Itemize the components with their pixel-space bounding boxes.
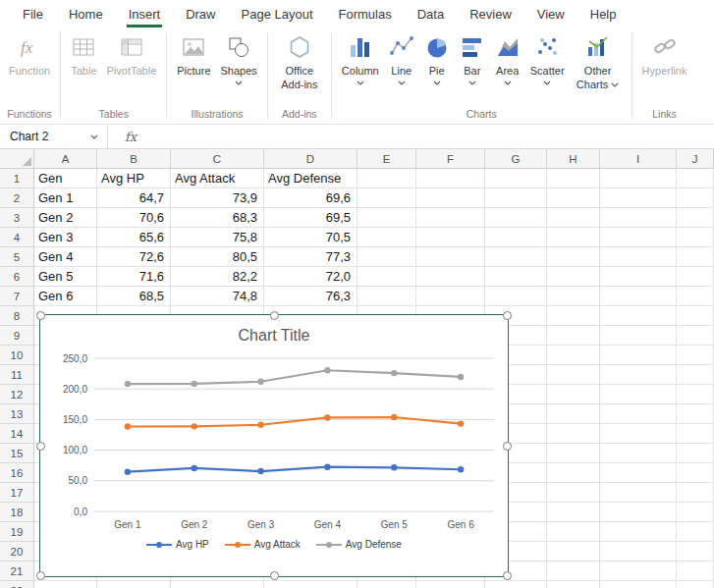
cell-A3[interactable]: Gen 2 — [34, 208, 97, 228]
row-header-3[interactable]: 3 — [0, 208, 34, 228]
cell-A2[interactable]: Gen 1 — [34, 188, 97, 208]
cell-E4[interactable] — [357, 228, 416, 247]
cell-I21[interactable] — [600, 561, 677, 581]
row-header-14[interactable]: 14 — [0, 424, 34, 444]
cell-A5[interactable]: Gen 4 — [34, 247, 97, 267]
cell-H3[interactable] — [547, 208, 600, 228]
cell-J22[interactable] — [677, 581, 714, 588]
row-header-16[interactable]: 16 — [0, 463, 34, 483]
tab-insert[interactable]: Insert — [116, 0, 174, 27]
cell-D5[interactable]: 77,3 — [264, 247, 357, 267]
row-header-22[interactable]: 22 — [0, 581, 34, 588]
cell-I5[interactable] — [600, 247, 677, 267]
cell-C7[interactable]: 74,8 — [171, 287, 264, 306]
chart-resize-handle[interactable] — [36, 442, 45, 451]
cell-J4[interactable] — [677, 228, 714, 247]
row-header-2[interactable]: 2 — [0, 188, 34, 208]
cell-I9[interactable] — [600, 326, 677, 346]
cell-J17[interactable] — [677, 483, 714, 503]
chart-resize-handle[interactable] — [36, 311, 45, 320]
cell-A6[interactable]: Gen 5 — [34, 267, 97, 287]
row-header-12[interactable]: 12 — [0, 385, 34, 404]
cell-J5[interactable] — [677, 247, 714, 267]
cell-F3[interactable] — [416, 208, 485, 228]
cell-G1[interactable] — [485, 169, 547, 188]
column-header-H[interactable]: H — [547, 149, 600, 169]
cell-I18[interactable] — [600, 503, 677, 522]
cell-J20[interactable] — [677, 542, 714, 561]
column-header-C[interactable]: C — [171, 149, 264, 169]
chevron-down-icon[interactable] — [90, 134, 98, 139]
cell-J7[interactable] — [677, 287, 714, 306]
cell-G7[interactable] — [485, 287, 547, 306]
pie-chart-button[interactable]: Pie — [419, 27, 455, 100]
row-header-21[interactable]: 21 — [0, 561, 34, 581]
cell-B2[interactable]: 64,7 — [97, 188, 171, 208]
cell-I10[interactable] — [600, 346, 677, 365]
cell-C2[interactable]: 73,9 — [171, 188, 264, 208]
cell-H1[interactable] — [547, 169, 600, 188]
scatter-chart-button[interactable]: Scatter — [525, 27, 570, 100]
table-button[interactable]: Table — [66, 27, 101, 100]
cell-E6[interactable] — [357, 267, 416, 287]
tab-view[interactable]: View — [524, 0, 577, 27]
tab-file[interactable]: File — [10, 0, 56, 27]
tab-review[interactable]: Review — [457, 0, 524, 27]
cell-C4[interactable]: 75,8 — [171, 228, 264, 247]
cell-I14[interactable] — [600, 424, 677, 444]
cell-H14[interactable] — [547, 424, 600, 444]
column-header-J[interactable]: J — [677, 149, 714, 169]
embedded-chart[interactable]: Chart Title 0,050,0100,0150,0200,0250,0G… — [39, 314, 509, 577]
row-header-13[interactable]: 13 — [0, 404, 34, 424]
cell-J12[interactable] — [677, 385, 714, 404]
cell-G5[interactable] — [485, 247, 547, 267]
cell-F7[interactable] — [416, 287, 485, 306]
cell-H10[interactable] — [547, 346, 600, 365]
chart-resize-handle[interactable] — [503, 442, 512, 451]
chart-resize-handle[interactable] — [270, 311, 279, 320]
cell-I1[interactable] — [600, 169, 677, 188]
cell-C22[interactable] — [171, 581, 264, 588]
row-header-8[interactable]: 8 — [0, 306, 34, 326]
cell-H8[interactable] — [547, 306, 600, 326]
cell-E3[interactable] — [357, 208, 416, 228]
cell-I6[interactable] — [600, 267, 677, 287]
cell-I12[interactable] — [600, 385, 677, 404]
cell-H6[interactable] — [547, 267, 600, 287]
cell-C3[interactable]: 68,3 — [171, 208, 264, 228]
cell-D4[interactable]: 70,5 — [264, 228, 357, 247]
chart-resize-handle[interactable] — [503, 571, 512, 580]
cell-H15[interactable] — [547, 444, 600, 463]
cell-B4[interactable]: 65,6 — [97, 228, 171, 247]
cell-H11[interactable] — [547, 365, 600, 385]
cell-I13[interactable] — [600, 404, 677, 424]
cell-I3[interactable] — [600, 208, 677, 228]
cell-C1[interactable]: Avg Attack — [171, 169, 264, 188]
cell-F4[interactable] — [416, 228, 485, 247]
select-all-corner[interactable] — [0, 149, 34, 169]
cell-D22[interactable] — [264, 581, 357, 588]
cell-D2[interactable]: 69,6 — [264, 188, 357, 208]
cell-D7[interactable]: 76,3 — [264, 287, 357, 306]
cell-G2[interactable] — [485, 188, 547, 208]
cell-G6[interactable] — [485, 267, 547, 287]
cell-J10[interactable] — [677, 346, 714, 365]
cell-J14[interactable] — [677, 424, 714, 444]
cell-I4[interactable] — [600, 228, 677, 247]
cell-E1[interactable] — [357, 169, 416, 188]
cell-I11[interactable] — [600, 365, 677, 385]
column-chart-button[interactable]: Column — [337, 27, 384, 100]
cell-H16[interactable] — [547, 463, 600, 483]
cell-D3[interactable]: 69,5 — [264, 208, 357, 228]
cell-H22[interactable] — [547, 581, 600, 588]
cell-F22[interactable] — [416, 581, 485, 588]
tab-page-layout[interactable]: Page Layout — [229, 0, 326, 27]
column-header-D[interactable]: D — [264, 149, 357, 169]
cell-I7[interactable] — [600, 287, 677, 306]
cell-H7[interactable] — [547, 287, 600, 306]
cell-F2[interactable] — [416, 188, 485, 208]
chart-title[interactable]: Chart Title — [40, 327, 508, 345]
row-header-11[interactable]: 11 — [0, 365, 34, 385]
cell-J13[interactable] — [677, 404, 714, 424]
cell-C6[interactable]: 82,2 — [171, 267, 264, 287]
